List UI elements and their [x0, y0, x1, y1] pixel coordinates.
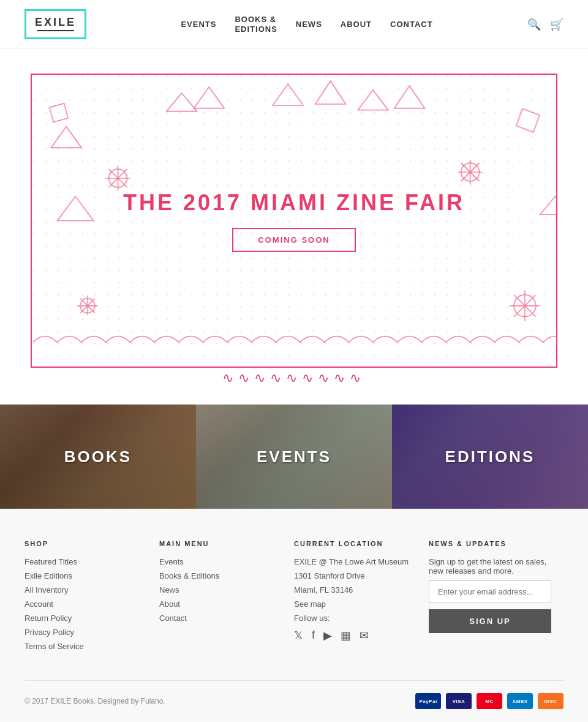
footer-main-menu-title: MAIN MENU — [159, 540, 282, 547]
site-header: EXILE EVENTS BOOKS & EDITIONS NEWS ABOUT… — [0, 0, 588, 49]
footer-follow-us-label: Follow us: — [294, 614, 417, 623]
instagram-icon[interactable]: ▦ — [341, 629, 351, 642]
svg-line-16 — [461, 163, 480, 181]
logo[interactable]: EXILE — [24, 9, 86, 39]
svg-point-28 — [514, 295, 536, 317]
nav-events[interactable]: EVENTS — [181, 20, 216, 29]
sections-row: BOOKS EVENTS EDITIONS — [0, 405, 588, 509]
footer-copyright: © 2017 EXILE Books. Designed by Fulano. — [24, 697, 165, 705]
hero-title: THE 2017 MIAMI ZINE FAIR — [123, 190, 465, 216]
footer-link-all-inventory[interactable]: All Inventory — [24, 585, 147, 595]
editions-section-card[interactable]: EDITIONS — [392, 405, 588, 509]
svg-point-10 — [109, 169, 127, 188]
header-icons: 🔍 🛒 — [527, 18, 564, 31]
svg-line-25 — [80, 298, 95, 313]
footer-link-account[interactable]: Account — [24, 599, 147, 609]
email-icon[interactable]: ✉ — [360, 629, 369, 642]
events-section-label: EVENTS — [257, 447, 331, 466]
footer-menu-books-editions[interactable]: Books & Editions — [159, 571, 282, 580]
footer-news-title: NEWS & UPDATES — [429, 540, 551, 547]
footer-menu-about[interactable]: About — [159, 599, 282, 609]
social-icons: 𝕏 f ▶ ▦ ✉ — [294, 629, 417, 642]
svg-marker-3 — [194, 87, 224, 108]
footer-columns: SHOP Featured Titles Exile Editions All … — [24, 540, 564, 656]
logo-text: EXILE — [35, 16, 76, 29]
nav-news[interactable]: NEWS — [296, 20, 322, 29]
footer-link-featured-titles[interactable]: Featured Titles — [24, 557, 147, 566]
events-section-card[interactable]: EVENTS — [196, 405, 392, 509]
svg-marker-8 — [51, 126, 81, 148]
footer-link-exile-editions[interactable]: Exile Editions — [24, 571, 147, 580]
footer-menu-contact[interactable]: Contact — [159, 614, 282, 623]
svg-line-11 — [109, 169, 127, 188]
search-icon[interactable]: 🔍 — [527, 18, 541, 31]
cart-icon[interactable]: 🛒 — [550, 18, 564, 31]
svg-rect-21 — [50, 104, 68, 122]
footer-menu-events[interactable]: Events — [159, 557, 282, 566]
svg-marker-9 — [57, 196, 94, 221]
svg-rect-20 — [516, 108, 540, 132]
twitter-icon[interactable]: 𝕏 — [294, 629, 303, 642]
svg-point-23 — [80, 298, 95, 313]
svg-marker-5 — [315, 81, 346, 104]
footer-location-title: CURRENT LOCATION — [294, 540, 417, 547]
youtube-icon[interactable]: ▶ — [323, 629, 332, 642]
hero-banner: THE 2017 MIAMI ZINE FAIR COMING SOON — [31, 74, 557, 368]
svg-marker-4 — [273, 84, 303, 105]
svg-line-30 — [514, 295, 536, 317]
books-section-label: BOOKS — [64, 447, 132, 466]
footer-link-privacy-policy[interactable]: Privacy Policy — [24, 628, 147, 637]
footer-shop-title: SHOP — [24, 540, 147, 547]
nav-contact[interactable]: CONTACT — [390, 20, 433, 29]
discover-icon: DISC — [538, 693, 564, 709]
svg-line-12 — [109, 169, 127, 188]
facebook-icon[interactable]: f — [312, 629, 315, 642]
paypal-icon: PayPal — [415, 693, 441, 709]
footer-main-menu-col: MAIN MENU Events Books & Editions News A… — [159, 540, 294, 656]
footer-signup-button[interactable]: SIGN UP — [429, 609, 551, 633]
svg-line-24 — [80, 298, 95, 313]
svg-point-15 — [461, 163, 480, 181]
footer-email-input[interactable] — [429, 580, 551, 603]
footer-location-col: CURRENT LOCATION EXILE @ The Lowe Art Mu… — [294, 540, 429, 656]
amex-icon: AMEX — [507, 693, 533, 709]
hero-wave-decoration: ∿∿∿∿∿∿∿∿∿ — [222, 370, 366, 386]
footer-location-line2: 1301 Stanford Drive — [294, 571, 417, 580]
footer-link-return-policy[interactable]: Return Policy — [24, 614, 147, 623]
footer-bottom: © 2017 EXILE Books. Designed by Fulano. … — [24, 680, 564, 709]
payment-icons: PayPal VISA MC AMEX DISC — [415, 693, 564, 709]
svg-line-29 — [514, 295, 536, 317]
footer-menu-news[interactable]: News — [159, 585, 282, 595]
svg-marker-6 — [358, 90, 388, 110]
visa-icon: VISA — [446, 693, 472, 709]
svg-rect-1 — [33, 75, 556, 367]
footer-link-terms-of-service[interactable]: Terms of Service — [24, 642, 147, 651]
footer-location-line3: Miami, FL 33146 — [294, 585, 417, 595]
nav-about[interactable]: ABOUT — [341, 20, 372, 29]
svg-marker-7 — [394, 86, 425, 108]
svg-line-17 — [461, 163, 480, 181]
site-footer: SHOP Featured Titles Exile Editions All … — [0, 509, 588, 721]
footer-see-map[interactable]: See map — [294, 599, 417, 609]
svg-marker-2 — [167, 93, 197, 112]
editions-section-label: EDITIONS — [445, 447, 535, 466]
hero-section: THE 2017 MIAMI ZINE FAIR COMING SOON ∿∿∿… — [0, 49, 588, 392]
footer-news-col: NEWS & UPDATES Sign up to get the latest… — [429, 540, 564, 656]
mastercard-icon: MC — [477, 693, 502, 709]
nav-books-editions[interactable]: BOOKS & EDITIONS — [235, 15, 277, 34]
svg-marker-22 — [540, 196, 556, 215]
footer-shop-col: SHOP Featured Titles Exile Editions All … — [24, 540, 159, 656]
footer-news-description: Sign up to get the latest on sales, new … — [429, 557, 551, 576]
main-nav: EVENTS BOOKS & EDITIONS NEWS ABOUT CONTA… — [181, 15, 432, 34]
footer-location-line1: EXILE @ The Lowe Art Museum — [294, 557, 417, 566]
coming-soon-button[interactable]: COMING SOON — [232, 228, 355, 252]
books-section-card[interactable]: BOOKS — [0, 405, 196, 509]
